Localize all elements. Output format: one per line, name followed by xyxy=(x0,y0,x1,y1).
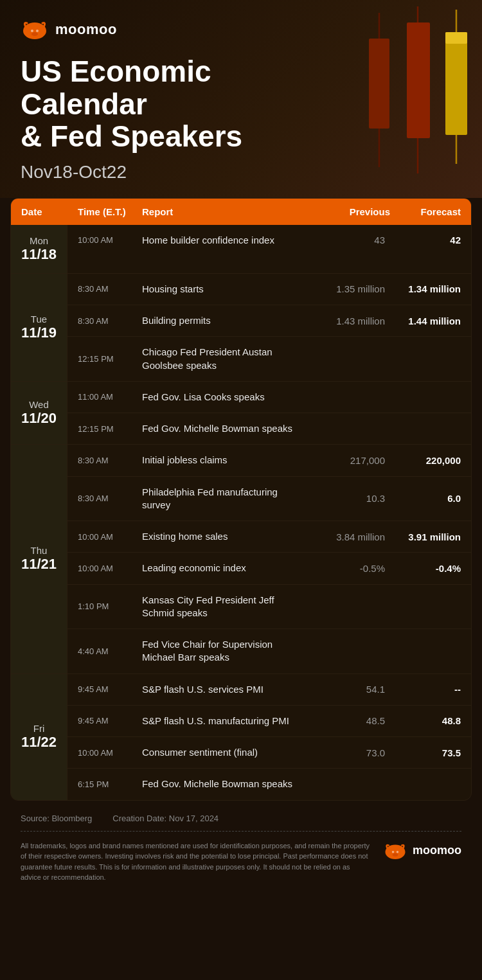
svg-point-18 xyxy=(393,853,398,856)
page-title: US Economic Calendar & Fed Speakers xyxy=(21,55,342,153)
header-decoration xyxy=(341,0,482,180)
table-row: 8:30 AM Building permits 1.43 million 1.… xyxy=(67,305,471,337)
page-footer: Source: Bloomberg Creation Date: Nov 17,… xyxy=(0,801,482,898)
table-row: 8:30 AM Philadelphia Fed manufacturing s… xyxy=(67,477,471,522)
table-row: 9:45 AM S&P flash U.S. services PMI 54.1… xyxy=(67,674,471,706)
footer-brand-name: moomoo xyxy=(413,844,461,857)
day-rows-2: 11:00 AM Fed Gov. Lisa Cooks speaks 12:1… xyxy=(67,382,471,445)
footer-logo-icon xyxy=(383,841,407,861)
day-name: Tue xyxy=(31,314,47,325)
table-row: 10:00 AM Leading economic index -0.5% -0… xyxy=(67,553,471,584)
footer-bottom: All trademarks, logos and brand names me… xyxy=(21,841,461,883)
table-row: 10:00 AM Consumer sentiment (final) 73.0… xyxy=(67,737,471,769)
source-label: Source: Bloomberg xyxy=(21,814,92,823)
day-rows-4: 9:45 AM S&P flash U.S. services PMI 54.1… xyxy=(67,674,471,800)
brand-name: moomoo xyxy=(55,21,117,38)
event-time: 8:30 AM xyxy=(78,456,142,465)
svg-rect-1 xyxy=(369,39,389,129)
event-report: Building permits xyxy=(142,314,313,327)
economic-calendar-table: Date Time (E.T.) Report Previous Forecas… xyxy=(10,198,472,801)
table-row: 8:30 AM Housing starts 1.35 million 1.34… xyxy=(67,274,471,305)
svg-point-16 xyxy=(392,851,394,853)
event-report: Fed Gov. Lisa Cooks speaks xyxy=(142,391,313,404)
event-report: Home builder confidence index xyxy=(142,234,313,247)
event-report: S&P flash U.S. services PMI xyxy=(142,683,313,696)
event-time: 6:15 PM xyxy=(78,780,142,789)
event-report: Kansas City Fed President Jeff Schmid sp… xyxy=(142,594,313,620)
day-date: 11/19 xyxy=(21,325,57,341)
event-time: 10:00 AM xyxy=(78,235,142,245)
event-report: Initial jobless claims xyxy=(142,454,313,467)
table-row: 9:45 AM S&P flash U.S. manufacturing PMI… xyxy=(67,706,471,737)
event-previous: 48.5 xyxy=(313,715,390,726)
event-forecast: 48.8 xyxy=(390,715,461,726)
page-header: moomoo US Economic Calendar & Fed Speake… xyxy=(0,0,482,198)
table-row: 4:40 AM Fed Vice Chair for Supervision M… xyxy=(67,629,471,673)
svg-point-7 xyxy=(23,22,46,39)
event-report: Chicago Fed President Austan Goolsbee sp… xyxy=(142,346,313,372)
day-rows-1: 8:30 AM Housing starts 1.35 million 1.34… xyxy=(67,274,471,381)
day-name: Wed xyxy=(29,399,49,410)
event-report: Housing starts xyxy=(142,283,313,296)
day-date: 11/22 xyxy=(21,734,57,751)
event-previous: 3.84 million xyxy=(313,531,390,542)
event-forecast: 6.0 xyxy=(390,493,461,504)
event-time: 11:00 AM xyxy=(78,392,142,402)
event-time: 8:30 AM xyxy=(78,284,142,294)
footer-logo: moomoo xyxy=(383,841,461,861)
event-forecast: 1.34 million xyxy=(390,283,461,294)
event-forecast: 3.91 million xyxy=(390,531,461,542)
day-name: Thu xyxy=(31,545,48,556)
day-label-2: Wed 11/20 xyxy=(11,382,67,445)
col-previous: Previous xyxy=(313,206,390,217)
day-date: 11/18 xyxy=(21,246,57,263)
table-row: 10:00 AM Home builder confidence index 4… xyxy=(67,225,471,256)
event-forecast: -- xyxy=(390,684,461,695)
day-label-1: Tue 11/19 xyxy=(11,274,67,381)
day-group-11-20: Wed 11/20 11:00 AM Fed Gov. Lisa Cooks s… xyxy=(11,382,471,445)
event-time: 8:30 AM xyxy=(78,316,142,326)
svg-rect-3 xyxy=(407,22,430,138)
event-previous: 1.35 million xyxy=(313,283,390,294)
table-row: 10:00 AM Existing home sales 3.84 millio… xyxy=(67,521,471,553)
event-previous: 43 xyxy=(313,235,390,245)
event-time: 12:15 PM xyxy=(78,354,142,364)
day-group-11-19: Tue 11/19 8:30 AM Housing starts 1.35 mi… xyxy=(11,274,471,382)
event-time: 10:00 AM xyxy=(78,564,142,573)
svg-point-12 xyxy=(31,32,38,36)
event-report: Leading economic index xyxy=(142,562,313,575)
table-row: 12:15 PM Fed Gov. Michelle Bowman speaks xyxy=(67,413,471,444)
svg-point-13 xyxy=(385,844,405,859)
day-rows-0: 10:00 AM Home builder confidence index 4… xyxy=(67,225,471,273)
event-time: 1:10 PM xyxy=(78,601,142,611)
event-report: Existing home sales xyxy=(142,530,313,543)
event-time: 9:45 AM xyxy=(78,716,142,726)
event-time: 10:00 AM xyxy=(78,748,142,758)
day-name: Fri xyxy=(33,723,45,734)
col-date: Date xyxy=(21,206,78,217)
event-time: 10:00 AM xyxy=(78,532,142,542)
event-time: 12:15 PM xyxy=(78,424,142,434)
table-row: 8:30 AM Initial jobless claims 217,000 2… xyxy=(67,445,471,476)
day-group-11-22: Fri 11/22 9:45 AM S&P flash U.S. service… xyxy=(11,674,471,800)
svg-rect-6 xyxy=(445,32,467,44)
event-forecast: 220,000 xyxy=(390,455,461,466)
event-report: S&P flash U.S. manufacturing PMI xyxy=(142,715,313,727)
day-name: Mon xyxy=(30,235,48,246)
event-previous: 217,000 xyxy=(313,455,390,466)
event-previous: -0.5% xyxy=(313,563,390,574)
event-report: Philadelphia Fed manufacturing survey xyxy=(142,486,313,512)
event-time: 9:45 AM xyxy=(78,684,142,694)
event-forecast: 1.44 million xyxy=(390,316,461,326)
table-body: Mon 11/18 10:00 AM Home builder confiden… xyxy=(11,225,471,800)
table-row: 6:15 PM Fed Gov. Michelle Bowman speaks xyxy=(67,769,471,799)
disclaimer-text: All trademarks, logos and brand names me… xyxy=(21,841,370,883)
day-date: 11/20 xyxy=(21,410,57,427)
event-time: 4:40 AM xyxy=(78,646,142,656)
svg-point-10 xyxy=(31,30,33,32)
event-report: Consumer sentiment (final) xyxy=(142,746,313,759)
day-rows-3: 8:30 AM Initial jobless claims 217,000 2… xyxy=(67,445,471,673)
event-report: Fed Gov. Michelle Bowman speaks xyxy=(142,778,313,790)
table-row: 12:15 PM Chicago Fed President Austan Go… xyxy=(67,337,471,381)
event-previous: 1.43 million xyxy=(313,316,390,326)
